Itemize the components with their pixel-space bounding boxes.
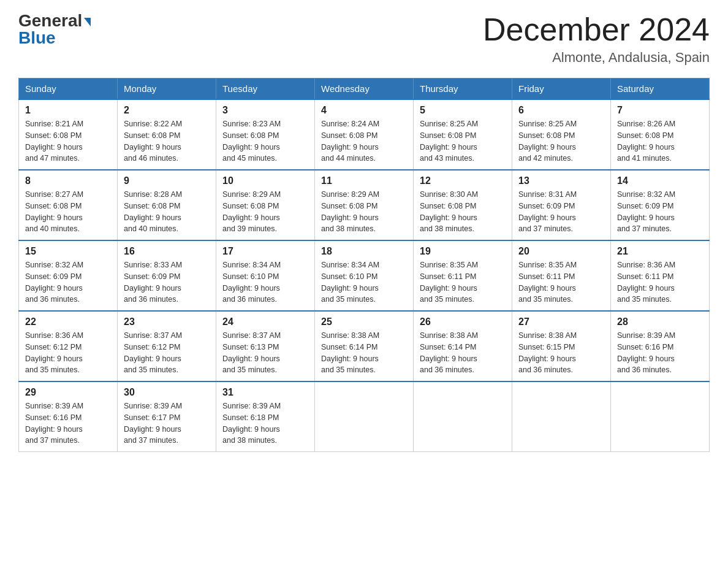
day-info: Sunrise: 8:32 AMSunset: 6:09 PMDaylight:…: [25, 259, 111, 305]
title-section: December 2024 Almonte, Andalusia, Spain: [483, 12, 710, 66]
day-number: 26: [420, 316, 506, 327]
day-number: 21: [617, 246, 703, 257]
day-info: Sunrise: 8:38 AMSunset: 6:14 PMDaylight:…: [321, 330, 407, 376]
day-info: Sunrise: 8:30 AMSunset: 6:08 PMDaylight:…: [420, 189, 506, 235]
day-header-saturday: Saturday: [611, 79, 710, 100]
calendar-cell: 17Sunrise: 8:34 AMSunset: 6:10 PMDayligh…: [216, 240, 315, 311]
day-info: Sunrise: 8:38 AMSunset: 6:14 PMDaylight:…: [420, 330, 506, 376]
week-row-4: 22Sunrise: 8:36 AMSunset: 6:12 PMDayligh…: [19, 311, 710, 381]
calendar-cell: 21Sunrise: 8:36 AMSunset: 6:11 PMDayligh…: [611, 240, 710, 311]
day-info: Sunrise: 8:36 AMSunset: 6:12 PMDaylight:…: [25, 330, 111, 376]
day-info: Sunrise: 8:25 AMSunset: 6:08 PMDaylight:…: [420, 118, 506, 164]
calendar-cell: 7Sunrise: 8:26 AMSunset: 6:08 PMDaylight…: [611, 99, 710, 170]
day-info: Sunrise: 8:38 AMSunset: 6:15 PMDaylight:…: [518, 330, 604, 376]
day-number: 2: [124, 105, 210, 116]
day-number: 16: [124, 246, 210, 257]
month-title: December 2024: [483, 12, 710, 47]
day-info: Sunrise: 8:21 AMSunset: 6:08 PMDaylight:…: [25, 118, 111, 164]
calendar-cell: 28Sunrise: 8:39 AMSunset: 6:16 PMDayligh…: [611, 311, 710, 381]
calendar-cell: 9Sunrise: 8:28 AMSunset: 6:08 PMDaylight…: [118, 170, 216, 240]
day-info: Sunrise: 8:39 AMSunset: 6:16 PMDaylight:…: [617, 330, 703, 376]
calendar-cell: 18Sunrise: 8:34 AMSunset: 6:10 PMDayligh…: [315, 240, 414, 311]
day-info: Sunrise: 8:39 AMSunset: 6:18 PMDaylight:…: [222, 400, 308, 446]
day-info: Sunrise: 8:27 AMSunset: 6:08 PMDaylight:…: [25, 189, 111, 235]
calendar-cell: 31Sunrise: 8:39 AMSunset: 6:18 PMDayligh…: [216, 381, 315, 452]
day-number: 29: [25, 387, 111, 398]
day-info: Sunrise: 8:25 AMSunset: 6:08 PMDaylight:…: [518, 118, 604, 164]
calendar-cell: 16Sunrise: 8:33 AMSunset: 6:09 PMDayligh…: [118, 240, 216, 311]
calendar-cell: 20Sunrise: 8:35 AMSunset: 6:11 PMDayligh…: [512, 240, 611, 311]
calendar-cell: 2Sunrise: 8:22 AMSunset: 6:08 PMDaylight…: [118, 99, 216, 170]
calendar-cell: 25Sunrise: 8:38 AMSunset: 6:14 PMDayligh…: [315, 311, 414, 381]
day-number: 15: [25, 246, 111, 257]
week-row-2: 8Sunrise: 8:27 AMSunset: 6:08 PMDaylight…: [19, 170, 710, 240]
day-info: Sunrise: 8:37 AMSunset: 6:12 PMDaylight:…: [124, 330, 210, 376]
day-number: 9: [124, 175, 210, 186]
day-info: Sunrise: 8:29 AMSunset: 6:08 PMDaylight:…: [222, 189, 308, 235]
calendar-cell: 19Sunrise: 8:35 AMSunset: 6:11 PMDayligh…: [414, 240, 512, 311]
day-info: Sunrise: 8:23 AMSunset: 6:08 PMDaylight:…: [222, 118, 308, 164]
day-number: 4: [321, 105, 407, 116]
calendar-cell: 24Sunrise: 8:37 AMSunset: 6:13 PMDayligh…: [216, 311, 315, 381]
calendar-cell: 22Sunrise: 8:36 AMSunset: 6:12 PMDayligh…: [19, 311, 118, 381]
day-number: 10: [222, 175, 308, 186]
calendar-cell: 26Sunrise: 8:38 AMSunset: 6:14 PMDayligh…: [414, 311, 512, 381]
calendar-cell: 12Sunrise: 8:30 AMSunset: 6:08 PMDayligh…: [414, 170, 512, 240]
day-number: 11: [321, 175, 407, 186]
logo-line1: General: [18, 12, 91, 29]
day-number: 1: [25, 105, 111, 116]
week-row-5: 29Sunrise: 8:39 AMSunset: 6:16 PMDayligh…: [19, 381, 710, 452]
day-number: 27: [518, 316, 604, 327]
calendar-cell: [414, 381, 512, 452]
day-number: 25: [321, 316, 407, 327]
calendar-cell: 3Sunrise: 8:23 AMSunset: 6:08 PMDaylight…: [216, 99, 315, 170]
calendar-cell: 14Sunrise: 8:32 AMSunset: 6:09 PMDayligh…: [611, 170, 710, 240]
day-number: 14: [617, 175, 703, 186]
day-header-sunday: Sunday: [19, 79, 118, 100]
day-info: Sunrise: 8:26 AMSunset: 6:08 PMDaylight:…: [617, 118, 703, 164]
day-info: Sunrise: 8:37 AMSunset: 6:13 PMDaylight:…: [222, 330, 308, 376]
calendar-cell: 6Sunrise: 8:25 AMSunset: 6:08 PMDaylight…: [512, 99, 611, 170]
calendar-cell: [512, 381, 611, 452]
day-number: 13: [518, 175, 604, 186]
day-header-wednesday: Wednesday: [315, 79, 414, 100]
day-number: 6: [518, 105, 604, 116]
day-info: Sunrise: 8:32 AMSunset: 6:09 PMDaylight:…: [617, 189, 703, 235]
day-number: 12: [420, 175, 506, 186]
day-number: 5: [420, 105, 506, 116]
day-number: 28: [617, 316, 703, 327]
day-info: Sunrise: 8:34 AMSunset: 6:10 PMDaylight:…: [222, 259, 308, 305]
calendar-cell: 15Sunrise: 8:32 AMSunset: 6:09 PMDayligh…: [19, 240, 118, 311]
day-number: 17: [222, 246, 308, 257]
day-number: 7: [617, 105, 703, 116]
day-info: Sunrise: 8:35 AMSunset: 6:11 PMDaylight:…: [518, 259, 604, 305]
calendar-cell: 8Sunrise: 8:27 AMSunset: 6:08 PMDaylight…: [19, 170, 118, 240]
calendar-cell: 10Sunrise: 8:29 AMSunset: 6:08 PMDayligh…: [216, 170, 315, 240]
calendar-cell: 13Sunrise: 8:31 AMSunset: 6:09 PMDayligh…: [512, 170, 611, 240]
week-row-3: 15Sunrise: 8:32 AMSunset: 6:09 PMDayligh…: [19, 240, 710, 311]
day-number: 31: [222, 387, 308, 398]
day-info: Sunrise: 8:28 AMSunset: 6:08 PMDaylight:…: [124, 189, 210, 235]
location-title: Almonte, Andalusia, Spain: [483, 50, 710, 66]
day-info: Sunrise: 8:36 AMSunset: 6:11 PMDaylight:…: [617, 259, 703, 305]
calendar-cell: 23Sunrise: 8:37 AMSunset: 6:12 PMDayligh…: [118, 311, 216, 381]
calendar-cell: [315, 381, 414, 452]
day-header-friday: Friday: [512, 79, 611, 100]
calendar-cell: 30Sunrise: 8:39 AMSunset: 6:17 PMDayligh…: [118, 381, 216, 452]
calendar-cell: 11Sunrise: 8:29 AMSunset: 6:08 PMDayligh…: [315, 170, 414, 240]
day-info: Sunrise: 8:24 AMSunset: 6:08 PMDaylight:…: [321, 118, 407, 164]
day-number: 18: [321, 246, 407, 257]
day-number: 8: [25, 175, 111, 186]
page-header: General Blue December 2024 Almonte, Anda…: [18, 12, 710, 66]
day-number: 24: [222, 316, 308, 327]
calendar-cell: 1Sunrise: 8:21 AMSunset: 6:08 PMDaylight…: [19, 99, 118, 170]
logo: General Blue: [18, 12, 91, 47]
day-number: 20: [518, 246, 604, 257]
calendar-cell: 29Sunrise: 8:39 AMSunset: 6:16 PMDayligh…: [19, 381, 118, 452]
calendar-cell: 5Sunrise: 8:25 AMSunset: 6:08 PMDaylight…: [414, 99, 512, 170]
logo-line2: Blue: [18, 29, 56, 47]
day-info: Sunrise: 8:39 AMSunset: 6:17 PMDaylight:…: [124, 400, 210, 446]
calendar-cell: 27Sunrise: 8:38 AMSunset: 6:15 PMDayligh…: [512, 311, 611, 381]
day-number: 22: [25, 316, 111, 327]
day-info: Sunrise: 8:31 AMSunset: 6:09 PMDaylight:…: [518, 189, 604, 235]
